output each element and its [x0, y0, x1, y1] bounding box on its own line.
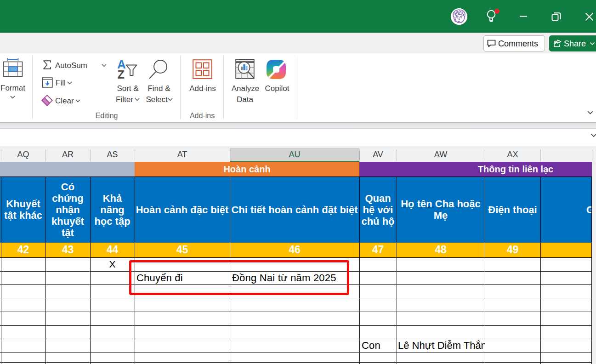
svg-text:Z: Z	[118, 68, 125, 80]
